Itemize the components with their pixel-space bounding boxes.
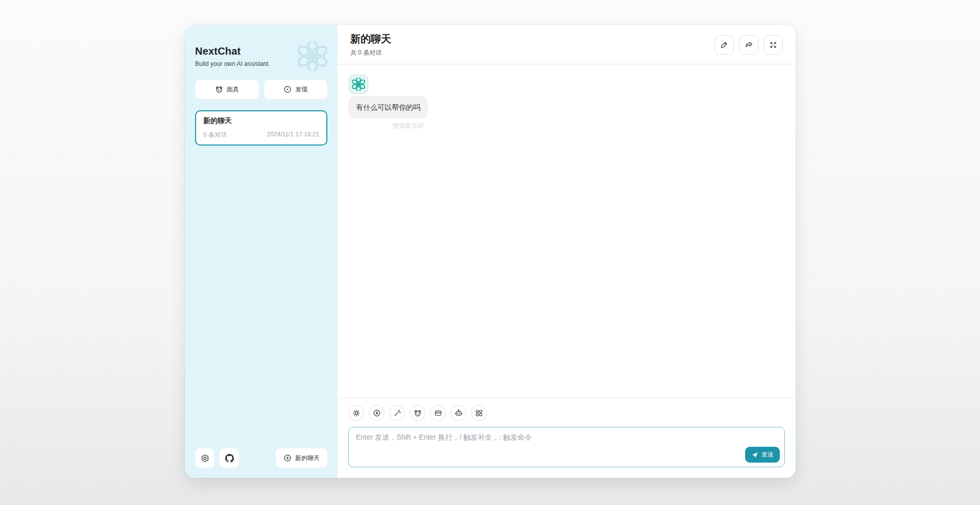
chat-list-item-selected[interactable]: 新的聊天 0 条对话 2024/11/1 17:18:21: [195, 110, 327, 146]
sidebar: NextChat Build your own AI assistant.: [185, 25, 338, 478]
send-button-label: 发送: [761, 450, 774, 459]
share-icon: [745, 40, 753, 49]
share-chat-button[interactable]: [739, 35, 758, 55]
settings-button[interactable]: [195, 448, 214, 468]
prompt-hints-button[interactable]: [389, 405, 405, 421]
chat-item-time: 2024/11/1 17:18:21: [267, 131, 319, 139]
bot-message: 有什么可以帮你的吗 预设提示词: [349, 75, 427, 130]
prompt-icon: [393, 409, 401, 417]
edit-icon: [720, 41, 728, 49]
app-window: NextChat Build your own AI assistant.: [185, 25, 796, 478]
theme-toggle-button[interactable]: [369, 405, 385, 421]
chat-settings-button[interactable]: [348, 405, 364, 421]
fullscreen-button[interactable]: [763, 35, 783, 55]
fullscreen-icon: [769, 41, 777, 49]
send-icon: [751, 451, 758, 459]
preset-prompt-hint: 预设提示词: [349, 122, 427, 130]
shortcut-button[interactable]: [471, 405, 487, 421]
chat-item-meta: 0 条对话 2024/11/1 17:18:21: [203, 131, 319, 139]
settings-icon: [201, 454, 209, 463]
chat-header-actions: [714, 35, 783, 55]
chat-input[interactable]: [348, 427, 785, 467]
github-icon: [225, 454, 234, 463]
new-chat-button-label: 新的聊天: [295, 454, 320, 463]
sidebar-actions: 面具 发现: [195, 80, 327, 99]
bot-message-bubble: 有什么可以帮你的吗: [349, 97, 427, 118]
chat-header-titles: 新的聊天 共 0 条对话: [350, 32, 391, 57]
rename-chat-button[interactable]: [714, 35, 734, 55]
mask-toolbar-button[interactable]: [410, 405, 425, 421]
bot-avatar: [349, 75, 368, 94]
chat-subtitle: 共 0 条对话: [350, 49, 391, 57]
send-button[interactable]: 发送: [745, 447, 780, 463]
new-chat-button[interactable]: 新的聊天: [276, 448, 327, 468]
chat-item-count: 0 条对话: [203, 131, 227, 139]
clear-context-button[interactable]: [430, 405, 446, 421]
chat-header: 新的聊天 共 0 条对话: [338, 25, 796, 64]
discover-icon: [283, 85, 292, 93]
chat-list: 新的聊天 0 条对话 2024/11/1 17:18:21: [195, 110, 327, 146]
github-button[interactable]: [220, 448, 239, 468]
brand-logo-icon: [298, 41, 327, 71]
sidebar-header: NextChat Build your own AI assistant.: [195, 45, 327, 67]
discover-button[interactable]: 发现: [264, 80, 328, 99]
input-toolbar: [348, 405, 785, 421]
model-icon: [455, 409, 463, 417]
mask-button[interactable]: 面具: [195, 80, 259, 99]
mask-button-label: 面具: [227, 85, 239, 94]
mask-icon: [215, 85, 223, 93]
discover-button-label: 发现: [295, 85, 307, 94]
model-select-button[interactable]: [450, 405, 466, 421]
theme-icon: [373, 409, 381, 417]
sidebar-spacer: [195, 146, 327, 448]
chat-panel: 新的聊天 共 0 条对话: [338, 25, 796, 478]
sidebar-footer: 新的聊天: [195, 448, 327, 468]
clear-context-icon: [434, 409, 442, 417]
chat-title[interactable]: 新的聊天: [350, 32, 391, 46]
chat-item-title: 新的聊天: [203, 116, 319, 126]
chat-settings-icon: [352, 409, 361, 417]
bot-avatar-logo-icon: [352, 78, 365, 91]
chat-input-area: 发送: [348, 427, 785, 469]
mask-icon: [414, 409, 422, 417]
shortcut-icon: [475, 409, 483, 417]
input-panel: 发送: [338, 398, 796, 478]
message-list: 有什么可以帮你的吗 预设提示词: [338, 64, 796, 398]
add-icon: [283, 454, 292, 462]
